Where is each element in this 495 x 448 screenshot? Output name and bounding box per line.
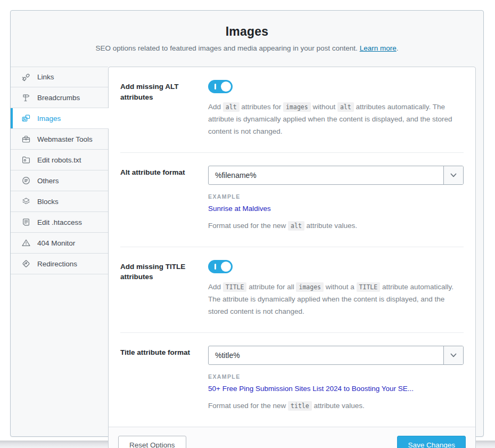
sidebar-item-links[interactable]: Links (11, 67, 108, 87)
alt-format-input[interactable] (209, 166, 443, 184)
reset-options-button[interactable]: Reset Options (118, 436, 186, 448)
description-text: attribute for all (246, 283, 296, 291)
sidebar-item-edit-htaccess[interactable]: Edit .htaccess (11, 212, 108, 233)
sidebar-item-others[interactable]: Others (11, 170, 108, 191)
document-icon (21, 217, 31, 227)
page-title: Images (27, 25, 467, 39)
sidebar-item-label: Links (37, 73, 54, 81)
save-changes-button[interactable]: Save Changes (397, 436, 466, 448)
description-text: attribute values. (312, 402, 365, 410)
setting-row-alt-toggle: Add missing ALT attributes Add alt attri… (120, 67, 464, 152)
description-text: Format used for the new (208, 222, 288, 230)
folder-file-icon (21, 155, 31, 165)
briefcase-icon (21, 134, 31, 144)
broken-link-icon (21, 72, 31, 82)
description-text: attribute values. (304, 222, 357, 230)
setting-label-alt-toggle: Add missing ALT attributes (120, 80, 200, 138)
code-chip: alt (223, 102, 240, 112)
sidebar-item-blocks[interactable]: Blocks (11, 191, 108, 212)
redirect-diamond-icon (21, 259, 31, 268)
toggle-on-bar (214, 264, 216, 270)
code-chip: TITLE (357, 282, 381, 292)
sidebar-item-label: Redirections (37, 260, 77, 268)
code-chip: alt (337, 102, 354, 112)
example-label: EXAMPLE (208, 193, 464, 200)
title-format-select (208, 346, 464, 365)
learn-more-link[interactable]: Learn more (360, 44, 397, 52)
sidebar-item-label: Others (37, 177, 59, 185)
setting-row-title-format: Title attribute format EXAMPLE 50+ Free … (120, 332, 464, 427)
sidebar-item-label: Images (37, 115, 61, 123)
circle-menu-icon (21, 176, 31, 185)
add-missing-title-toggle[interactable] (208, 260, 233, 273)
setting-label-alt-format: Alt attribute format (120, 166, 200, 232)
settings-header: Images SEO options related to featured i… (11, 11, 483, 67)
setting-row-title-toggle: Add missing TITLE attributes Add TITLE a… (120, 247, 464, 332)
sidebar-item-redirections[interactable]: Redirections (11, 254, 108, 274)
setting-label-title-toggle: Add missing TITLE attributes (120, 260, 200, 318)
chevron-down-icon[interactable] (443, 166, 463, 184)
page-subtitle: SEO options related to featured images a… (27, 44, 467, 52)
sidebar-item-edit-robots[interactable]: Edit robots.txt (11, 150, 108, 170)
add-missing-alt-toggle[interactable] (208, 80, 233, 93)
setting-description-title-toggle: Add TITLE attribute for all images witho… (208, 281, 464, 318)
code-chip: alt (288, 221, 304, 231)
alt-format-select (208, 166, 464, 185)
description-text: Format used for the new (208, 402, 288, 410)
sidebar-item-404-monitor[interactable]: 404 Monitor (11, 233, 108, 254)
sidebar-item-label: Edit .htaccess (37, 218, 82, 226)
chevron-down-icon[interactable] (443, 346, 463, 364)
setting-label-title-format: Title attribute format (120, 346, 200, 412)
signpost-icon (21, 93, 31, 102)
warning-triangle-icon (21, 238, 31, 248)
sidebar-item-label: 404 Monitor (37, 239, 75, 247)
description-text: attributes for (240, 103, 284, 111)
settings-tabs: Links Breadcrumbs (11, 67, 108, 274)
images-icon (21, 113, 31, 123)
sidebar-item-label: Blocks (37, 198, 59, 206)
toggle-on-bar (214, 84, 216, 89)
setting-row-alt-format: Alt attribute format EXAMPLE Sunrise at … (120, 152, 464, 247)
description-text: Add (208, 103, 223, 111)
code-chip: TITLE (223, 282, 247, 292)
setting-description-alt-toggle: Add alt attributes for images without al… (208, 101, 464, 138)
sidebar-item-label: Webmaster Tools (37, 135, 93, 143)
title-example-link[interactable]: 50+ Free Ping Submission Sites List 2024… (208, 385, 414, 393)
sidebar-item-images[interactable]: Images (11, 108, 109, 129)
code-chip: title (288, 401, 312, 411)
setting-description-alt-format: Format used for the new alt attribute va… (208, 220, 464, 232)
sidebar-item-webmaster-tools[interactable]: Webmaster Tools (11, 129, 108, 150)
example-label: EXAMPLE (208, 373, 464, 380)
setting-description-title-format: Format used for the new title attribute … (208, 400, 464, 412)
title-format-input[interactable] (209, 346, 443, 364)
subtitle-text: SEO options related to featured images a… (96, 44, 358, 52)
settings-container: Images SEO options related to featured i… (10, 10, 484, 437)
sidebar-item-label: Breadcrumbs (37, 94, 80, 102)
toggle-knob (221, 262, 231, 272)
settings-panel: Add missing ALT attributes Add alt attri… (108, 67, 476, 448)
sidebar-item-label: Edit robots.txt (37, 156, 81, 164)
description-text: Add (208, 283, 223, 291)
code-chip: images (296, 282, 324, 292)
sidebar-item-breadcrumbs[interactable]: Breadcrumbs (11, 87, 108, 108)
code-chip: images (283, 102, 311, 112)
toggle-knob (221, 82, 231, 92)
layers-icon (21, 197, 31, 206)
description-text: without a (324, 283, 357, 291)
alt-example-link[interactable]: Sunrise at Maldives (208, 205, 271, 213)
content-row: Links Breadcrumbs (11, 67, 483, 448)
description-text: without (311, 103, 337, 111)
panel-footer: Reset Options Save Changes (109, 427, 475, 448)
